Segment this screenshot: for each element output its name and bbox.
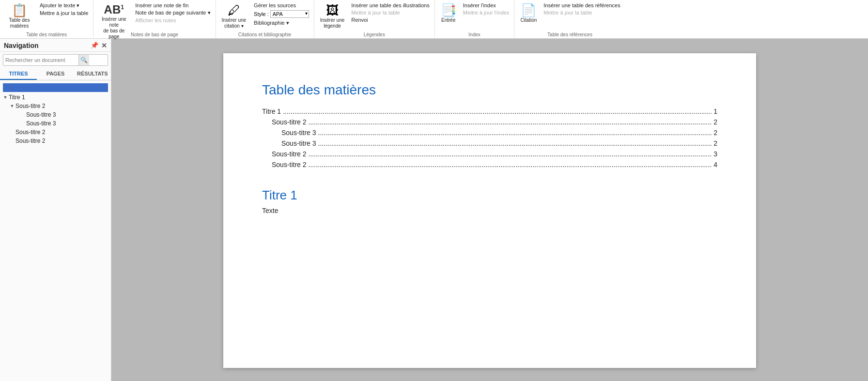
ajouter-texte-button[interactable]: Ajouter le texte ▾ xyxy=(38,2,90,9)
nav-search-box: 🔍 xyxy=(3,54,108,66)
tree-item-soustitre2a[interactable]: ▼ Sous-titre 2 xyxy=(0,102,111,110)
search-input[interactable] xyxy=(3,56,78,64)
toc-entry-soustitre2b-page: 3 xyxy=(713,150,717,158)
afficher-notes-label: Afficher les notes xyxy=(135,17,176,23)
toc-label: Table des matières xyxy=(6,17,33,29)
tab-titres[interactable]: TITRES xyxy=(0,68,37,80)
ajouter-texte-label: Ajouter le texte ▾ xyxy=(40,2,79,9)
tree-item-soustitre2b[interactable]: Sous-titre 2 xyxy=(0,128,111,137)
style-dropdown-wrapper[interactable]: APA MLA Chicago Harvard xyxy=(270,10,309,18)
note-bas-suivante-button[interactable]: Note de bas de page suivante ▾ xyxy=(133,9,212,16)
toc-entry-titre1-page: 1 xyxy=(713,107,717,115)
toc-entry-titre1: Titre 1 ................................… xyxy=(262,107,717,115)
mettre-jour-table-label: Mettre à jour la table xyxy=(40,10,88,16)
nav-tabs: TITRES PAGES RÉSULTATS xyxy=(0,68,111,80)
notes-group-label: Notes de bas de page xyxy=(93,32,215,37)
tree-label-soustitre3b: Sous-titre 3 xyxy=(26,120,56,127)
nav-header: Navigation 📌 ✕ xyxy=(0,39,111,52)
document-area: Table des matières Titre 1 .............… xyxy=(111,39,868,381)
toc-entry-soustitre2c-dots: ........................................… xyxy=(309,161,712,168)
toc-entry-soustitre3a: Sous-titre 3 ...........................… xyxy=(262,129,717,137)
toc-entry-soustitre3a-dots: ........................................… xyxy=(318,129,712,137)
toc-entry-soustitre3b-text: Sous-titre 3 xyxy=(281,139,316,147)
ribbon-group-citations: 🖊 Insérer unecitation ▾ Gérer les source… xyxy=(216,0,314,38)
inserer-table-refs-label: Insérer une table des références xyxy=(543,2,620,8)
table-refs-group-label: Table des références xyxy=(514,32,625,37)
inserer-citation-button[interactable]: 🖊 Insérer unecitation ▾ xyxy=(219,2,249,31)
toc-entry-soustitre3b-dots: ........................................… xyxy=(318,139,712,147)
inserer-legende-button[interactable]: 🖼 Insérer unelégende xyxy=(317,2,348,31)
note-bas-suivante-label: Note de bas de page suivante ▾ xyxy=(135,10,210,16)
toc-title: Table des matières xyxy=(262,82,717,98)
inserer-index-button[interactable]: Insérer l'index xyxy=(461,2,512,9)
ribbon-group-table-refs: 📄 Citation Insérer une table des référen… xyxy=(514,0,625,38)
nav-tree: ▼ Titre 1 ▼ Sous-titre 2 Sous-titre 3 So… xyxy=(0,80,111,381)
mettre-jour-table-leg-button[interactable]: Mettre à jour la table xyxy=(349,9,431,16)
ribbon-group-legendes: 🖼 Insérer unelégende Insérer une table d… xyxy=(314,0,435,38)
toc-entry-soustitre2b-dots: ........................................… xyxy=(309,150,712,158)
citation-big-icon: 📄 xyxy=(521,4,536,16)
gerer-sources-button[interactable]: Gérer les sources xyxy=(252,2,311,9)
citation-big-button[interactable]: 📄 Citation xyxy=(517,2,540,25)
style-select[interactable]: APA MLA Chicago Harvard xyxy=(270,10,309,18)
section-title: Titre 1 xyxy=(262,188,717,203)
toc-entry-soustitre2a-dots: ........................................… xyxy=(309,118,712,126)
inserer-table-illustrations-button[interactable]: Insérer une table des illustrations xyxy=(349,2,431,9)
renvoi-label: Renvoi xyxy=(351,17,368,23)
table-matieres-button[interactable]: 📋 Table des matières xyxy=(3,2,36,31)
tree-label-soustitre2b: Sous-titre 2 xyxy=(16,129,45,136)
entree-label: Entrée xyxy=(441,17,455,23)
tree-label-soustitre2a: Sous-titre 2 xyxy=(16,103,45,109)
entree-button[interactable]: 📑 Entrée xyxy=(438,2,459,25)
nav-panel-title: Navigation xyxy=(4,42,39,49)
inserer-citation-label: Insérer unecitation ▾ xyxy=(222,17,247,29)
entree-icon: 📑 xyxy=(441,4,456,16)
toc-entry-soustitre2b-text: Sous-titre 2 xyxy=(272,150,307,158)
toc-entry-titre1-dots: ........................................… xyxy=(283,107,712,115)
renvoi-button[interactable]: Renvoi xyxy=(349,16,431,23)
mettre-jour-table-refs-label: Mettre à jour la table xyxy=(543,10,592,15)
inserer-note-fin-button[interactable]: Insérer une note de fin xyxy=(133,2,212,9)
mettre-jour-table-leg-label: Mettre à jour la table xyxy=(351,10,400,15)
toc-entry-soustitre2b: Sous-titre 2 ...........................… xyxy=(262,150,717,158)
tree-label-soustitre3a: Sous-titre 3 xyxy=(26,111,56,118)
tree-arrow-soustitre2a: ▼ xyxy=(9,104,16,108)
toc-entry-soustitre2a-page: 2 xyxy=(713,118,717,126)
index-group-label: Index xyxy=(435,32,514,37)
tab-pages[interactable]: PAGES xyxy=(37,68,74,80)
tab-resultats[interactable]: RÉSULTATS xyxy=(74,68,111,80)
citation-big-label: Citation xyxy=(520,17,537,23)
mettre-jour-table-refs-button[interactable]: Mettre à jour la table xyxy=(542,9,622,16)
toc-group-label: Table des matières xyxy=(0,32,93,37)
toc-icon: 📋 xyxy=(12,4,27,16)
toc-entry-soustitre2c-text: Sous-titre 2 xyxy=(272,161,307,168)
bibliographie-button[interactable]: Bibliographie ▾ xyxy=(252,19,311,27)
toc-entry-soustitre3b-page: 2 xyxy=(713,139,717,147)
main-layout: Navigation 📌 ✕ 🔍 TITRES PAGES RÉSULTATS … xyxy=(0,39,868,381)
citations-group-label: Citations et bibliographie xyxy=(216,32,314,37)
search-button[interactable]: 🔍 xyxy=(78,55,89,65)
document-page: Table des matières Titre 1 .............… xyxy=(223,53,756,368)
style-label: Style : xyxy=(254,11,269,17)
mettre-jour-index-button[interactable]: Mettre à jour l'index xyxy=(461,9,512,16)
inserer-table-refs-button[interactable]: Insérer une table des références xyxy=(542,2,622,9)
footnote-icon: AB1 xyxy=(104,4,124,15)
tree-item-soustitre2c[interactable]: Sous-titre 2 xyxy=(0,137,111,145)
tree-label-titre1: Titre 1 xyxy=(9,94,25,101)
bibliographie-label: Bibliographie ▾ xyxy=(254,20,289,26)
toc-entry-soustitre3a-page: 2 xyxy=(713,129,717,137)
toc-entry-soustitre2a: Sous-titre 2 ...........................… xyxy=(262,118,717,126)
citation-insert-icon: 🖊 xyxy=(228,4,240,16)
legendes-group-label: Légendes xyxy=(314,32,434,37)
ribbon-group-toc: 📋 Table des matières Ajouter le texte ▾ … xyxy=(0,0,93,38)
tree-item-soustitre3b[interactable]: Sous-titre 3 xyxy=(0,119,111,128)
ribbon-group-index: 📑 Entrée Insérer l'index Mettre à jour l… xyxy=(435,0,515,38)
mettre-jour-table-button[interactable]: Mettre à jour la table xyxy=(38,10,90,16)
search-icon: 🔍 xyxy=(80,57,88,63)
ribbon-group-notes: AB1 Insérer une notede bas de page Insér… xyxy=(93,0,216,38)
ribbon: 📋 Table des matières Ajouter le texte ▾ … xyxy=(0,0,868,39)
inserer-legende-label: Insérer unelégende xyxy=(320,17,345,29)
tree-item-soustitre3a[interactable]: Sous-titre 3 xyxy=(0,110,111,119)
afficher-notes-button[interactable]: Afficher les notes xyxy=(133,17,212,24)
tree-item-titre1[interactable]: ▼ Titre 1 xyxy=(0,93,111,102)
